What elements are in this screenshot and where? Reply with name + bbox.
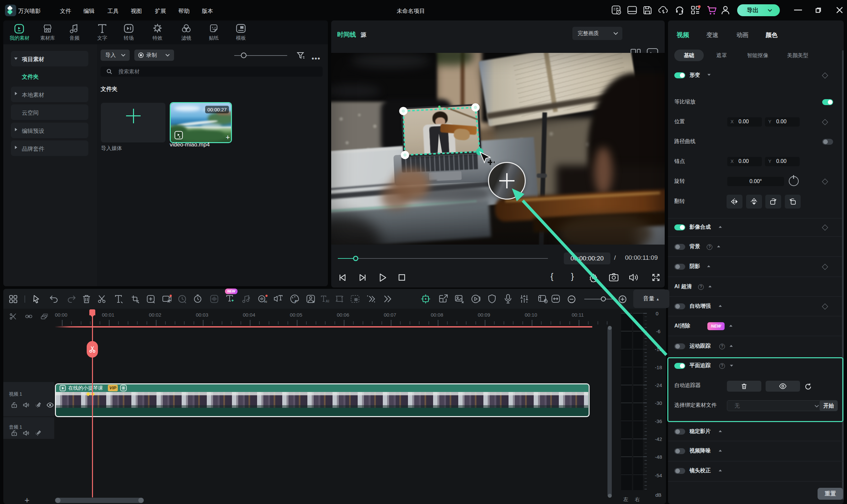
svg-text:AI: AI <box>294 300 297 303</box>
svg-text:AI: AI <box>264 300 267 303</box>
svg-text:AI: AI <box>326 299 329 303</box>
